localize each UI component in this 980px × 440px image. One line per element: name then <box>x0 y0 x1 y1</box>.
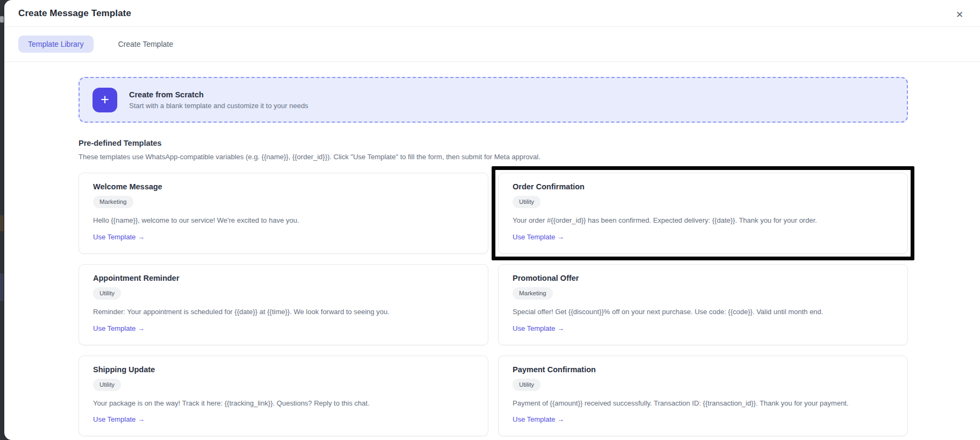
modal-content: + Create from Scratch Start with a blank… <box>4 62 980 440</box>
predefined-templates-heading: Pre-defined Templates <box>79 139 908 147</box>
use-template-link[interactable]: Use Template → <box>93 415 145 423</box>
template-card-order-confirmation: Order Confirmation Utility Your order #{… <box>498 173 908 254</box>
template-card-title: Order Confirmation <box>513 182 893 191</box>
category-badge: Utility <box>513 196 541 208</box>
modal-title: Create Message Template <box>18 8 966 19</box>
category-badge: Marketing <box>93 196 133 208</box>
use-template-link[interactable]: Use Template → <box>93 233 145 241</box>
category-badge: Utility <box>93 379 121 391</box>
tab-template-library[interactable]: Template Library <box>18 36 94 53</box>
template-card-promotional-offer: Promotional Offer Marketing Special offe… <box>498 264 908 345</box>
create-from-scratch-texts: Create from Scratch Start with a blank t… <box>129 90 308 110</box>
modal-header: Create Message Template ✕ <box>4 0 980 27</box>
create-message-template-modal: Create Message Template ✕ Template Libra… <box>4 0 980 440</box>
template-card-title: Promotional Offer <box>513 274 893 282</box>
template-card-title: Payment Confirmation <box>513 365 893 374</box>
template-card-body: Payment of {{amount}} received successfu… <box>513 399 893 409</box>
template-cards-grid: Welcome Message Marketing Hello {{name}}… <box>79 173 908 436</box>
use-template-link[interactable]: Use Template → <box>513 233 564 241</box>
create-from-scratch-title: Create from Scratch <box>129 90 308 99</box>
backdrop-content-fragment <box>0 273 4 301</box>
predefined-templates-description: These templates use WhatsApp-compatible … <box>79 153 908 161</box>
template-card-body: Your package is on the way! Track it her… <box>93 399 474 409</box>
template-card-body: Your order #{{order_id}} has been confir… <box>513 216 893 226</box>
create-from-scratch-card[interactable]: + Create from Scratch Start with a blank… <box>79 77 908 123</box>
template-card-title: Appointment Reminder <box>93 274 474 282</box>
close-icon: ✕ <box>956 10 963 20</box>
category-badge: Utility <box>513 379 541 391</box>
template-card-shipping-update: Shipping Update Utility Your package is … <box>79 356 488 437</box>
plus-icon: + <box>93 88 117 112</box>
template-card-title: Shipping Update <box>93 365 474 374</box>
use-template-link[interactable]: Use Template → <box>513 415 564 423</box>
highlight-box <box>492 166 914 260</box>
template-card-title: Welcome Message <box>93 182 474 191</box>
template-card-body: Hello {{name}}, welcome to our service! … <box>93 216 474 226</box>
template-card-welcome-message: Welcome Message Marketing Hello {{name}}… <box>79 173 488 254</box>
create-from-scratch-subtitle: Start with a blank template and customiz… <box>129 102 308 110</box>
modal-tabbar: Template Library Create Template <box>4 27 980 62</box>
template-card-body: Special offer! Get {{discount}}% off on … <box>513 307 893 317</box>
backdrop-content-fragment <box>0 215 4 231</box>
use-template-link[interactable]: Use Template → <box>513 324 564 332</box>
template-card-payment-confirmation: Payment Confirmation Utility Payment of … <box>498 356 908 437</box>
category-badge: Marketing <box>513 287 553 300</box>
template-card-appointment-reminder: Appointment Reminder Utility Reminder: Y… <box>79 264 488 345</box>
template-card-body: Reminder: Your appointment is scheduled … <box>93 307 474 317</box>
backdrop-content-fragment <box>0 16 4 23</box>
close-button[interactable]: ✕ <box>952 8 967 23</box>
tab-create-template[interactable]: Create Template <box>118 36 173 53</box>
category-badge: Utility <box>93 287 121 300</box>
use-template-link[interactable]: Use Template → <box>93 324 145 332</box>
